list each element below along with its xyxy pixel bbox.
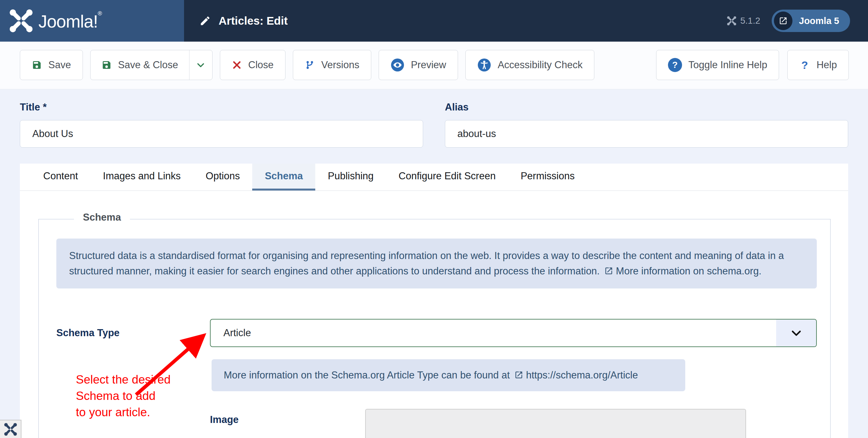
version-number: 5.1.2	[740, 16, 760, 26]
close-button[interactable]: Close	[220, 50, 285, 80]
toolbar: Save Save & Close Close Versions Preview…	[0, 41, 868, 89]
title-label: Title *	[20, 101, 423, 113]
joomla-logo: Joomla!®	[0, 0, 184, 41]
joomla-version-icon	[727, 16, 737, 26]
tab-publishing[interactable]: Publishing	[315, 164, 386, 191]
tab-content[interactable]: Content	[31, 164, 91, 191]
chevron-down-icon	[196, 60, 206, 70]
schema-type-info-box: More information on the Schema.org Artic…	[212, 359, 685, 391]
save-close-split-button: Save & Close	[90, 50, 213, 80]
accessibility-check-button[interactable]: Accessibility Check	[465, 50, 594, 80]
save-button[interactable]: Save	[20, 50, 83, 80]
save-icon	[32, 60, 42, 70]
schema-type-info-text: More information on the Schema.org Artic…	[224, 370, 510, 381]
header-right: 5.1.2 Joomla 5	[727, 0, 868, 41]
universal-access-icon	[477, 58, 491, 72]
joomla-icon	[4, 422, 17, 436]
versions-button[interactable]: Versions	[293, 50, 371, 80]
alias-label: Alias	[445, 101, 848, 113]
joomla5-button[interactable]: Joomla 5	[772, 9, 850, 32]
code-branch-icon	[305, 60, 315, 70]
eye-icon	[391, 58, 405, 72]
preview-button[interactable]: Preview	[379, 50, 458, 80]
save-icon	[101, 60, 112, 70]
tab-permissions[interactable]: Permissions	[508, 164, 587, 191]
version-indicator: 5.1.2	[727, 16, 760, 26]
title-alias-row: Title * Alias	[0, 89, 868, 148]
title-input[interactable]	[20, 120, 423, 148]
save-and-close-button[interactable]: Save & Close	[91, 50, 189, 80]
tab-schema[interactable]: Schema	[252, 164, 315, 191]
toggle-inline-help-button[interactable]: ? Toggle Inline Help	[656, 50, 779, 80]
joomla-wordmark: Joomla!®	[38, 10, 102, 32]
help-button[interactable]: ? Help	[787, 50, 849, 80]
schema-type-row: Schema Type Article	[56, 319, 817, 347]
title-field-group: Title *	[20, 101, 423, 148]
page-heading: Articles: Edit	[184, 0, 288, 41]
schema-intro-alert: Structured data is a standardised format…	[56, 238, 817, 289]
tab-images-and-links[interactable]: Images and Links	[91, 164, 193, 191]
image-field-row: Image	[210, 409, 817, 438]
toolbar-right-group: ? Toggle Inline Help ? Help	[656, 50, 849, 80]
registered-mark: ®	[98, 10, 102, 17]
save-options-dropdown-toggle[interactable]	[189, 50, 212, 80]
external-link-icon	[514, 371, 523, 379]
schema-org-link[interactable]: More information on schema.org.	[616, 265, 762, 276]
schema-type-label: Schema Type	[56, 319, 210, 347]
schema-legend: Schema	[74, 212, 130, 223]
schema-article-link[interactable]: https://schema.org/Article	[526, 370, 638, 381]
alias-input[interactable]	[445, 120, 848, 148]
schema-type-select[interactable]: Article	[210, 319, 817, 347]
external-link-icon	[604, 266, 613, 275]
chevron-down-icon	[790, 327, 803, 340]
select-chevron-zone[interactable]	[776, 320, 816, 346]
question-circle-icon: ?	[668, 58, 682, 72]
corner-joomla-chip[interactable]	[0, 420, 22, 438]
image-label: Image	[210, 409, 365, 438]
page-title: Articles: Edit	[219, 14, 288, 27]
external-link-icon	[774, 11, 793, 30]
tab-configure-edit-screen[interactable]: Configure Edit Screen	[386, 164, 508, 191]
close-icon	[232, 60, 242, 70]
joomla-logo-icon	[9, 9, 33, 33]
annotation-text: Select the desired Schema to add to your…	[76, 371, 170, 420]
app-header: Joomla!® Articles: Edit 5.1.2 Joomla 5	[0, 0, 868, 41]
tab-options[interactable]: Options	[193, 164, 252, 191]
image-input[interactable]	[365, 409, 746, 438]
question-icon: ?	[799, 59, 810, 71]
alias-field-group: Alias	[445, 101, 848, 148]
tabbar: Content Images and Links Options Schema …	[20, 164, 848, 191]
schema-type-selected-value: Article	[211, 320, 816, 346]
pencil-icon	[199, 15, 211, 27]
